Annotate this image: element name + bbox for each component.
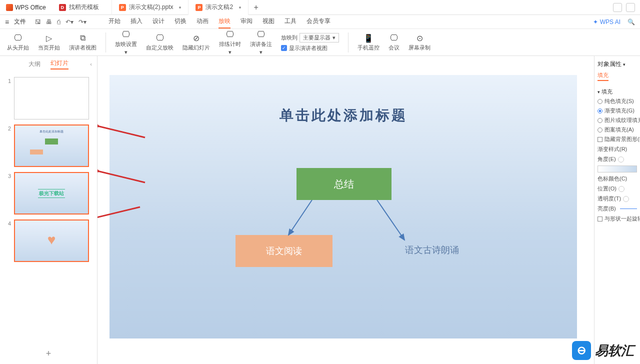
rotate-with-checkbox[interactable]: 与形状一起旋转 [598, 215, 637, 222]
save-icon[interactable]: 🖫 [35, 18, 41, 26]
thumbnail-list: 1 2 单击此处添加标题 3 极光下载站 4 ♥ [0, 72, 97, 344]
hide-bg-checkbox[interactable]: 隐藏背景图形(H) [598, 136, 637, 143]
print-icon[interactable]: 🖶 [46, 18, 52, 26]
gradient-style-field[interactable]: 渐变样式(R) [598, 146, 637, 153]
undo-icon[interactable]: ↶▾ [66, 18, 74, 26]
stop-color-field[interactable]: 色标颜色(C) [598, 175, 637, 182]
slides-tab[interactable]: 幻灯片 [50, 59, 68, 70]
outline-tab[interactable]: 大纲 [28, 60, 40, 68]
search-icon[interactable]: 🔍 [628, 18, 635, 26]
tab-templates[interactable]: D 找稻壳模板 [52, 0, 112, 15]
window-max-icon[interactable] [626, 3, 635, 12]
tab-tools[interactable]: 工具 [284, 15, 296, 28]
from-start-button[interactable]: 🖵从头开始 [7, 33, 29, 52]
meeting-button[interactable]: 🖵会议 [388, 33, 400, 52]
wps-logo-icon [6, 4, 13, 11]
tab-design[interactable]: 设计 [152, 15, 164, 28]
angle-field[interactable]: 角度(E) [598, 156, 637, 163]
svg-line-1 [377, 200, 404, 240]
tab-member[interactable]: 会员专享 [306, 15, 330, 28]
show-presenter-checkbox[interactable]: ✓ 显示演讲者视图 [281, 44, 339, 52]
slide-thumbnail-4[interactable]: ♥ [14, 220, 89, 262]
redo-icon[interactable]: ↷▾ [78, 18, 86, 26]
tab-slideshow[interactable]: 放映 [218, 15, 230, 28]
slide-thumbnail-2[interactable]: 单击此处添加标题 [14, 124, 89, 167]
panel-tabs: 大纲 幻灯片 ‹ [0, 56, 97, 72]
ppt-icon: P [119, 4, 126, 11]
hide-slide-button[interactable]: ⊘隐藏幻灯片 [182, 33, 210, 52]
tab-transition[interactable]: 切换 [174, 15, 186, 28]
custom-show-button[interactable]: 🖵自定义放映 [146, 33, 174, 52]
settings-button[interactable]: 🖵放映设置 ▾ [115, 30, 137, 56]
slide-panel: 大纲 幻灯片 ‹ 1 2 单击此处添加标题 3 极光下载站 4 ♥ + [0, 56, 98, 364]
chevron-down-icon: ▾ [332, 34, 336, 41]
ppt-icon: P [196, 4, 202, 11]
tab-insert[interactable]: 插入 [130, 15, 142, 28]
add-slide-button[interactable]: + [0, 344, 97, 364]
slide-thumbnail-1[interactable] [14, 77, 89, 120]
from-current-button[interactable]: ▷当页开始 [38, 33, 60, 52]
menu-tabs: 开始 插入 设计 切换 动画 放映 审阅 视图 工具 会员专享 [108, 15, 330, 28]
quick-access-toolbar: 🖫 🖶 ⎙ ↶▾ ↷▾ [35, 18, 86, 26]
tab-doc1[interactable]: P 演示文稿(2).pptx [112, 0, 189, 15]
tab-animation[interactable]: 动画 [196, 15, 208, 28]
rehearse-button[interactable]: 🖵排练计时 ▾ [219, 30, 241, 56]
slide-number: 1 [4, 77, 11, 120]
window-controls [608, 3, 640, 12]
picture-fill-radio[interactable]: 图片或纹理填充 [598, 116, 637, 124]
pattern-fill-radio[interactable]: 图案填充(A) [598, 126, 637, 134]
watermark-icon: ⊖ [572, 341, 591, 360]
notes-button[interactable]: 🖵演讲备注 ▾ [250, 30, 272, 56]
tab-review[interactable]: 审阅 [240, 15, 252, 28]
ribbon: 🖵从头开始 ▷当页开始 ⧉演讲者视图 🖵放映设置 ▾ 🖵自定义放映 ⊘隐藏幻灯片… [0, 29, 640, 56]
shape-poetry-text[interactable]: 语文古诗朗诵 [374, 244, 490, 256]
record-icon: ⊙ [414, 33, 424, 43]
menubar: ≡ 文件 🖫 🖶 ⎙ ↶▾ ↷▾ 开始 插入 设计 切换 动画 放映 审阅 视图… [0, 15, 640, 29]
connector-arrow-right [374, 200, 410, 245]
window-min-icon[interactable] [613, 3, 622, 12]
collapse-panel-icon[interactable]: ‹ [90, 61, 92, 67]
add-tab-button[interactable]: + [248, 3, 263, 12]
canvas-area: 单击此处添加标题 总结 语文阅读 语文古诗朗诵 [98, 56, 594, 364]
watermark: ⊖ 易软汇 [572, 341, 634, 360]
display-dropdown[interactable]: 主要显示器▾ [300, 33, 339, 42]
monitor-icon: 🖵 [155, 33, 165, 43]
record-button[interactable]: ⊙屏幕录制 [408, 33, 430, 52]
heart-icon: ♥ [48, 232, 56, 248]
slide-canvas[interactable]: 单击此处添加标题 总结 语文阅读 语文古诗朗诵 [110, 75, 577, 338]
transparency-field[interactable]: 透明度(T) [598, 195, 637, 202]
tab-label: 找稻壳模板 [69, 3, 99, 12]
wps-ai-button[interactable]: ✦ WPS AI [593, 18, 620, 26]
solid-fill-radio[interactable]: 纯色填充(S) [598, 98, 637, 105]
hamburger-icon[interactable]: ≡ [5, 18, 9, 26]
slide-title-placeholder[interactable]: 单击此处添加标题 [110, 106, 577, 125]
phone-remote-button[interactable]: 📱手机遥控 [358, 33, 380, 52]
shape-summary-box[interactable]: 总结 [296, 168, 392, 200]
fill-section-header[interactable]: ▾ 填充 [598, 88, 637, 96]
shape-reading-box[interactable]: 语文阅读 [236, 235, 332, 267]
play-icon: ▷ [44, 33, 54, 43]
brand-text: WPS Office [15, 4, 46, 11]
chevron-down-icon[interactable]: ▾ [623, 62, 626, 67]
modified-dot-icon [179, 6, 181, 8]
gradient-stops-bar[interactable] [598, 166, 637, 172]
presenter-view-button[interactable]: ⧉演讲者视图 [69, 33, 96, 52]
checkbox-checked-icon: ✓ [281, 45, 287, 51]
tab-doc2[interactable]: P 演示文稿2 [188, 0, 248, 15]
slide-thumbnail-3[interactable]: 极光下载站 [14, 172, 89, 214]
play-to-field: 放映到 主要显示器▾ [281, 33, 339, 42]
preview-icon[interactable]: ⎙ [57, 18, 60, 26]
gradient-fill-radio[interactable]: 渐变填充(G) [598, 107, 637, 114]
fill-tab[interactable]: 填充 [598, 72, 608, 81]
position-field[interactable]: 位置(O) [598, 185, 637, 192]
tab-label: 演示文稿(2).pptx [129, 3, 174, 12]
brightness-field[interactable]: 亮度(B) [598, 205, 637, 212]
watermark-text: 易软汇 [595, 342, 634, 360]
phone-icon: 📱 [364, 33, 374, 43]
template-icon: D [59, 4, 66, 11]
tab-view[interactable]: 视图 [262, 15, 274, 28]
tab-start[interactable]: 开始 [108, 15, 120, 28]
file-menu[interactable]: 文件 [14, 18, 26, 26]
presenter-icon: ⧉ [78, 33, 88, 43]
hide-icon: ⊘ [192, 33, 202, 43]
